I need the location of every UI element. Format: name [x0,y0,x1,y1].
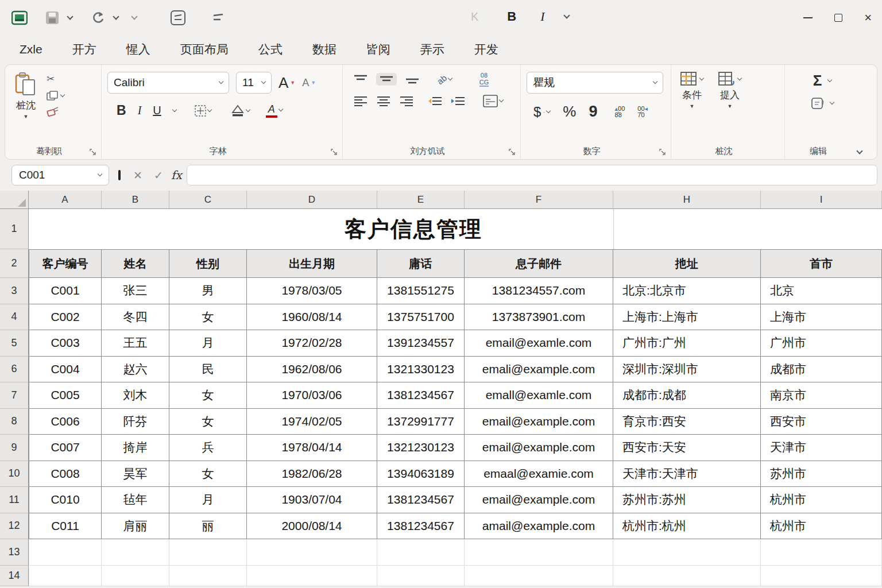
merge-dropdown-icon[interactable] [499,98,504,102]
cell[interactable]: C008 [29,461,102,488]
row-header-7[interactable]: 7 [0,382,29,409]
shrink-font-button[interactable]: A▼ [302,77,316,89]
accounting-format-button[interactable]: $· [533,104,550,120]
cell[interactable]: 育京市:西安 [613,409,761,435]
cell[interactable]: C006 [29,409,102,435]
cell[interactable]: 1381234557.com [465,278,613,304]
cell[interactable] [613,566,761,586]
cell[interactable]: 冬四 [102,304,169,331]
column-header-B[interactable]: B [102,191,169,209]
cell[interactable]: 毡年 [102,487,169,513]
cell[interactable]: 王五 [102,330,169,357]
number-dialog-launcher-icon[interactable] [659,149,666,156]
comma-style-button[interactable]: 9 [589,103,597,121]
cell[interactable]: email@example.com [465,487,613,513]
row-header-12[interactable]: 12 [0,513,29,540]
row-header-11[interactable]: 11 [0,487,29,513]
italic-button[interactable]: I [138,104,142,117]
cell[interactable]: 1321230123 [377,435,465,461]
cell[interactable]: 阡芬 [102,409,169,435]
cell[interactable]: 女 [169,382,247,409]
orientation-button[interactable]: ab [437,75,452,84]
font-dialog-launcher-icon[interactable] [331,149,338,156]
cell[interactable] [29,539,102,566]
decrease-decimal-icon[interactable]: 00◂ 7̊0 [637,106,648,118]
fill-color-button[interactable] [231,105,250,117]
row-header-4[interactable]: 4 [0,304,29,331]
cell[interactable]: C010 [29,487,102,513]
clipboard-dialog-launcher-icon[interactable] [90,149,96,156]
cell[interactable]: emali@example.com [465,357,613,383]
cell[interactable]: 广州市 [761,330,882,357]
column-header-C[interactable]: C [169,191,247,209]
cell[interactable]: 1391234557 [377,330,465,357]
cell[interactable]: emall@examle.com [465,382,613,409]
cell[interactable]: C007 [29,435,102,461]
cell[interactable] [102,566,169,586]
cell[interactable]: 西安市:天安 [613,435,761,461]
column-header-A[interactable]: A [29,191,102,209]
paste-dropdown-icon[interactable]: ▼ [24,114,29,119]
cell[interactable]: 成都市 [761,357,882,383]
cell[interactable]: 北京 [761,278,882,304]
cell[interactable]: 女 [169,461,247,488]
lines-icon[interactable] [211,14,225,22]
alignment-dialog-launcher-icon[interactable] [509,149,516,156]
formula-input[interactable] [187,165,877,185]
align-left-icon[interactable] [353,96,368,106]
tab-review[interactable]: 皆阅 [366,41,390,57]
app-logo-icon[interactable] [11,10,28,26]
title-cell[interactable]: 客户信息管理 [29,209,882,249]
cell[interactable]: 成都市:成都 [613,382,761,409]
row-header-13[interactable]: 13 [0,539,29,566]
italic-button[interactable]: I [540,9,544,24]
paste-button[interactable]: 桩沈 ▼ [14,72,37,119]
cell[interactable]: 苏州市:苏州 [613,487,761,513]
enter-icon[interactable]: ✓ [150,169,167,182]
cell[interactable]: 1373873901.com [465,304,613,331]
column-header-I[interactable]: I [761,191,882,209]
cell[interactable]: 赵六 [102,357,169,383]
cell[interactable] [377,539,465,566]
cell[interactable]: 杭州市 [761,513,882,540]
tab-data[interactable]: 数据 [312,41,336,57]
sort-filter-button[interactable] [811,98,834,109]
cell[interactable]: C005 [29,382,102,409]
header-cell[interactable]: 扡址 [613,249,761,278]
redo-icon[interactable] [91,10,106,25]
row-header-3[interactable]: 3 [0,278,29,304]
tab-formulas[interactable]: 公式 [258,41,283,57]
cell[interactable] [102,539,169,566]
cell[interactable]: 兵 [169,435,247,461]
align-center-icon[interactable] [376,96,391,106]
cell[interactable]: 1372991777 [377,409,465,435]
cell[interactable]: 苏州市 [761,461,882,488]
close-button[interactable]: × [864,11,872,24]
format-dropdown-icon[interactable] [563,12,570,18]
cell[interactable]: C002 [29,304,102,331]
align-bottom-icon[interactable] [405,74,420,84]
cell[interactable] [247,566,377,586]
maximize-button[interactable] [834,14,842,22]
cell[interactable]: 南京市 [761,382,882,409]
decrease-indent-icon[interactable] [428,96,443,106]
font-size-select[interactable]: 11 [236,72,272,94]
conditional-format-button[interactable]: 条件 ▼ [680,72,703,109]
cell[interactable]: 掎岸 [102,435,169,461]
grow-font-button[interactable]: A▼ [278,74,295,92]
align-right-icon[interactable] [399,96,414,106]
cell[interactable]: 1974/02/05 [247,409,377,435]
cell[interactable]: 北京:北京市 [613,278,761,304]
cancel-icon[interactable]: ✕ [130,169,146,182]
align-top-icon[interactable] [353,74,368,84]
cell[interactable]: 1321330123 [377,357,465,383]
header-cell[interactable]: 客户编号 [29,249,102,278]
cell[interactable]: 1375751700 [377,304,465,331]
cell[interactable]: 张三 [102,278,169,304]
cell[interactable]: 上海市:上海市 [613,304,761,331]
align-middle-icon[interactable] [376,73,397,86]
cell[interactable]: 肩丽 [102,513,169,540]
borders-button[interactable] [195,105,211,117]
cell[interactable]: email@examle.com [465,330,613,357]
cell[interactable]: C003 [29,330,102,357]
